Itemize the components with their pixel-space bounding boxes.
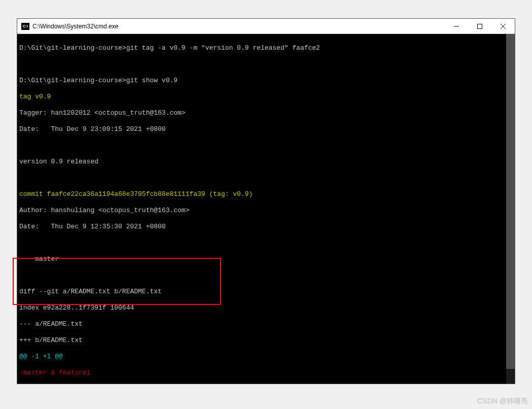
paren: ( (205, 190, 214, 198)
cmd-icon: C:\ (21, 23, 29, 30)
commit-msg: master (19, 255, 59, 263)
removed-line: -master & feature1 (19, 369, 90, 377)
terminal-content: D:\Git\git-learning-course>git tag -a v0… (19, 36, 513, 384)
tagger-line: Tagger: han1202012 <octopus_truth@163.co… (19, 109, 186, 117)
window-title: C:\Windows\System32\cmd.exe (32, 23, 445, 30)
svg-rect-1 (478, 24, 482, 28)
cmd-text: git show v0.9 (126, 77, 178, 84)
tag-line: tag v0.9 (19, 93, 51, 100)
maximize-button[interactable] (468, 19, 491, 33)
paren: ) (249, 190, 253, 198)
tag-value: v0.9 (233, 190, 249, 198)
terminal-area[interactable]: D:\Git\git-learning-course>git tag -a v0… (17, 34, 515, 384)
titlebar[interactable]: C:\ C:\Windows\System32\cmd.exe (17, 19, 515, 34)
close-button[interactable] (491, 19, 515, 33)
scrollbar-thumb[interactable] (506, 34, 515, 369)
hunk-header: @@ -1 +1 @@ (19, 353, 63, 360)
author-line: Author: hanshuliang <octopus_truth@163.c… (19, 207, 189, 214)
cmd-window: C:\ C:\Windows\System32\cmd.exe D:\Git\g… (17, 18, 515, 384)
prompt-text: D:\Git\git-learning-course> (19, 77, 126, 84)
prompt-text: D:\Git\git-learning-course> (19, 44, 126, 52)
tag-label: tag: (213, 190, 233, 198)
diff-header: diff --git a/README.txt b/README.txt (19, 288, 162, 295)
diff-minus: --- a/README.txt (19, 320, 83, 328)
watermark: CSDN @韩曙亮 (477, 397, 528, 406)
version-msg: version 0.9 released (19, 158, 98, 165)
diff-index: index e92a228..1f7391f 100644 (19, 304, 134, 312)
window-controls (445, 19, 515, 33)
commit-hash: commit faafce22ca36a1194a68e3795fcb88e81… (19, 190, 205, 198)
cmd-text: git tag -a v0.9 -m "version 0.9 released… (126, 44, 320, 52)
date-line: Date: Thu Dec 9 12:35:30 2021 +0800 (19, 223, 166, 230)
minimize-button[interactable] (445, 19, 468, 33)
diff-plus: +++ b/README.txt (19, 336, 83, 344)
scrollbar[interactable] (506, 34, 515, 384)
date-line: Date: Thu Dec 9 23:09:15 2021 +0800 (19, 125, 166, 133)
